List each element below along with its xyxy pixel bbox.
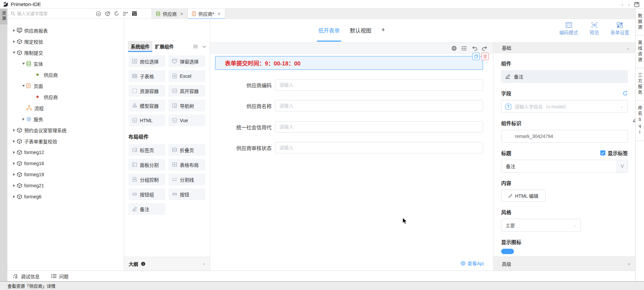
editor-tab-entity[interactable]: 供应商 ✕ [152,9,188,19]
tab-system-components[interactable]: 系统组件 [128,41,152,52]
rail-tab-offline-resources[interactable]: 离线资源 [636,36,644,68]
copy-component-button[interactable] [472,53,480,60]
palette-item-table-layout[interactable]: 表格布局 [168,159,205,171]
save-icon[interactable] [634,2,639,7]
editor-tab-page[interactable]: 供应商* ✕ [188,9,225,19]
tree-item-project[interactable]: formeg16 [7,158,124,169]
resource-tree: 供应商报表 限定校验 限制提交 实体 供应商 页面 供应商 流程 服务 预约会议… [7,19,124,271]
audit-status-input[interactable] [275,142,483,153]
tree-item-project[interactable]: formeg12 [7,147,124,158]
inspector-section-advanced[interactable]: 高级 › [493,256,635,271]
tree-item-project[interactable]: formeg6 [7,191,124,202]
palette-item-html[interactable]: 5HTML [128,114,165,126]
palette-collapse-icon[interactable] [202,45,206,48]
tab-default-view[interactable]: 默认视图 [350,26,371,36]
tree-item-project[interactable]: formeg21 [7,180,124,191]
debug-info-button[interactable]: 调试信息 [13,273,40,280]
redo-icon[interactable] [482,46,488,51]
html-edit-button[interactable]: HTML 编辑 [501,190,546,202]
palette-item-remark[interactable]: 备注 [128,203,165,215]
palette-item-tab-page[interactable]: Tab标签页 [128,144,165,156]
code-mode-button[interactable]: 编码模式 [559,22,578,36]
outline-bar[interactable]: 大纲 i › [124,257,210,271]
outline-expand-icon[interactable]: › [203,261,205,267]
style-select[interactable]: 主要 ⌄ [501,219,581,232]
preview-button[interactable]: 预览 [590,22,599,36]
supplier-name-input[interactable] [275,100,483,111]
tree-item-project[interactable]: 限制提交 [7,47,124,58]
tab-extend-components[interactable]: 扩展组件 [152,41,176,52]
palette-item-button[interactable]: BTN按钮 [168,188,205,200]
tree-item-page-group[interactable]: 页面 [7,80,124,91]
page-icon [26,83,34,88]
inspector-section-basic[interactable]: 基础 ⌄ [493,43,635,53]
close-tab-icon[interactable]: ✕ [217,11,221,16]
chevron-right-icon: › [628,261,630,267]
refresh-field-icon[interactable] [622,91,628,96]
selected-remark-component[interactable]: 表单提交时间：9：00-18：00 [215,56,483,70]
search-box[interactable] [7,11,83,16]
palette-item-subtable[interactable]: 子表格 [128,70,165,82]
tree-item-report[interactable]: 供应商报表 [7,25,124,36]
field-select[interactable]: T 请输入字段名（v-model） ⌄ [501,100,628,113]
tree-item-project[interactable]: 预约会议室管理系统 [7,125,124,136]
palette-item-popup-select[interactable]: 弹窗选择 [168,55,205,67]
tab-lowcode-form[interactable]: 低开表单 [318,26,340,36]
layout-section-label: 布局组件 [128,133,205,140]
palette-item-position-select[interactable]: 岗位选择 [128,55,165,67]
show-icon-toggle[interactable] [501,249,514,254]
credit-code-input[interactable] [275,121,483,133]
new-package-icon[interactable] [105,11,110,16]
nav-forward-icon[interactable]: › [628,2,630,7]
palette-item-procode-container[interactable]: 高开容器 [168,85,205,97]
palette-item-model-container[interactable]: 模型容器 [128,100,165,111]
outline-tree-icon[interactable] [461,46,467,51]
palette-item-button-group[interactable]: 按钮组 [128,188,165,200]
palette-item-panel-split[interactable]: 面板分割 [128,159,165,171]
rail-tab-named-sql[interactable]: 命名Sql [636,101,644,141]
page-dot-icon [36,96,39,98]
palette-item-excel[interactable]: Excel [168,70,205,82]
palette-item-nav-tree[interactable]: 导航树 [168,100,205,111]
tree-item-project[interactable]: 子表单重复校验 [7,136,124,147]
form-settings-button[interactable]: 表单设置 [610,22,629,36]
rail-tab-resources[interactable]: 资源 [0,9,7,25]
palette-list-icon[interactable] [193,45,198,48]
refresh-icon[interactable] [114,11,119,16]
rail-tab-datasource[interactable]: 数据源 [636,9,644,36]
tree-item-project[interactable]: formeg19 [7,169,124,180]
tree-item-entity-group[interactable]: 实体 [7,58,124,69]
palette-item-vue[interactable]: VVue [168,114,205,126]
palette-item-divider[interactable]: 分割线 [168,174,205,185]
problems-button[interactable]: 问题 [51,273,69,280]
view-api-link[interactable]: 查看Api [460,260,484,267]
data-dictionary-icon[interactable]: a [132,11,137,16]
tree-item-service[interactable]: 服务 [7,113,124,125]
tree-item-project[interactable]: 限定校验 [7,36,124,47]
palette-item-group-control[interactable]: 分组控制 [128,174,165,185]
nav-back-icon[interactable]: ‹ [621,2,623,7]
ai-assist-icon[interactable]: AI [96,11,101,16]
title-input[interactable] [501,160,617,172]
component-id-input[interactable] [501,130,628,143]
search-input[interactable] [17,11,78,16]
rail-tab-third-party-services[interactable]: 三方服务 [636,68,644,101]
form-canvas[interactable]: 表单提交时间：9：00-18：00 供应商编码 供应商名称 统一社会信用代 供应… [210,43,493,271]
show-label-checkbox[interactable] [600,150,605,155]
title-suffix-button[interactable]: V [617,160,628,172]
globe-icon[interactable] [451,46,457,51]
field-label: 字段 [501,90,511,97]
package-icon [17,139,24,144]
undo-icon[interactable] [472,46,477,51]
problems-list-icon [51,274,56,278]
tree-item-page[interactable]: 供应商 [7,91,124,102]
tree-item-flow[interactable]: 流程 [7,102,124,113]
delete-component-button[interactable] [481,53,489,60]
close-tab-icon[interactable]: ✕ [180,11,184,16]
sort-list-icon[interactable] [123,11,128,16]
palette-item-collapse-page[interactable]: 折叠页 [168,144,205,156]
tree-item-entity[interactable]: 供应商 [7,69,124,80]
supplier-code-input[interactable] [275,79,483,91]
add-view-button[interactable]: + [381,27,385,35]
palette-item-resource-container[interactable]: 资源容器 [128,85,165,97]
